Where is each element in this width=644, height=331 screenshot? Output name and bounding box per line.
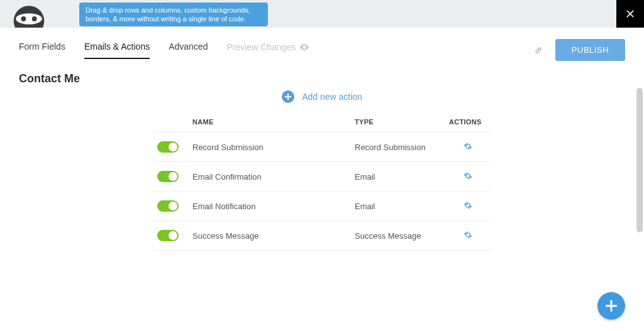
column-header-name: NAME [187,114,350,133]
gear-icon [464,142,472,151]
svg-point-3 [32,16,37,21]
gear-icon [464,171,472,180]
tab-form-fields[interactable]: Form Fields [19,41,65,59]
row-toggle[interactable] [157,200,179,212]
row-name: Email Confirmation [187,162,350,192]
link-icon [533,45,544,56]
floating-add-button[interactable] [597,292,625,320]
gear-icon [464,231,472,239]
row-toggle[interactable] [157,141,179,153]
gear-icon [464,201,472,210]
row-toggle[interactable] [157,171,179,182]
column-header-actions: ACTIONS [444,114,492,133]
svg-point-1 [16,13,42,24]
promo-tooltip[interactable]: Drag & drop rows and columns, custom bac… [79,3,268,26]
main-area: Add new action NAME TYPE ACTIONS Record … [0,83,644,331]
row-settings-button[interactable] [464,171,472,180]
row-type: Record Submission [350,133,444,162]
actions-table: NAME TYPE ACTIONS Record Submission Reco… [152,114,492,251]
tab-preview-label: Preview Changes [226,42,296,52]
row-settings-button[interactable] [464,201,472,210]
scrollbar-thumb[interactable] [636,88,643,232]
tab-emails-actions[interactable]: Emails & Actions [84,41,150,59]
tab-bar: Form Fields Emails & Actions Advanced Pr… [0,28,644,61]
table-row[interactable]: Email Confirmation Email [152,162,492,192]
table-row[interactable]: Record Submission Record Submission [152,133,492,162]
column-header-type: TYPE [350,114,444,133]
row-type: Email [350,162,444,192]
row-type: Success Message [350,221,444,251]
table-row[interactable]: Success Message Success Message [152,221,492,251]
close-icon [624,8,636,20]
publish-button[interactable]: PUBLISH [555,39,625,61]
plus-circle-icon [282,90,294,103]
row-settings-button[interactable] [464,142,472,151]
close-button[interactable] [616,0,644,28]
app-logo [0,0,45,28]
row-name: Email Notification [187,192,350,221]
row-toggle[interactable] [157,230,179,241]
top-bar: Drag & drop rows and columns, custom bac… [0,0,644,28]
add-new-action-label: Add new action [302,92,362,102]
eye-icon [299,44,309,50]
table-row[interactable]: Email Notification Email [152,192,492,221]
add-new-action-button[interactable]: Add new action [152,90,492,103]
row-type: Email [350,192,444,221]
scrollbar-track[interactable] [636,88,643,325]
plus-icon [606,300,617,312]
row-name: Record Submission [187,133,350,162]
tab-preview-changes[interactable]: Preview Changes [226,41,309,59]
svg-point-2 [21,16,26,21]
row-settings-button[interactable] [464,231,472,239]
tab-advanced[interactable]: Advanced [169,41,208,59]
row-name: Success Message [187,221,350,251]
permalink-button[interactable] [533,45,544,56]
